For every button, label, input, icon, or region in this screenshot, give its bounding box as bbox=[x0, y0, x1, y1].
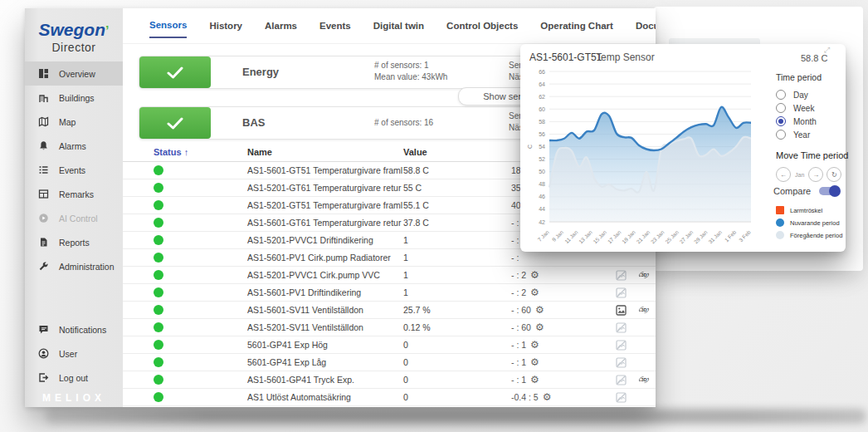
table-row[interactable]: AS1-5601-GP41 Tryck Exp. 0 - : 1 ⚙ 3D bbox=[123, 371, 656, 389]
sidebar-item-events[interactable]: Events bbox=[25, 158, 123, 182]
sidebar-item-logout[interactable]: Log out bbox=[25, 366, 123, 390]
sidebar-item-administration[interactable]: Administration bbox=[25, 254, 123, 278]
limit-range: - : 1 bbox=[511, 340, 526, 350]
chart-controls-panel: Time period Day Week Month Year Move Tim… bbox=[769, 44, 844, 252]
svg-text:60: 60 bbox=[539, 106, 545, 112]
sidebar-item-user[interactable]: User bbox=[25, 341, 123, 366]
limit-range: 35 bbox=[511, 183, 521, 193]
settings-gear-icon[interactable]: ⚙ bbox=[535, 304, 544, 316]
settings-gear-icon[interactable]: ⚙ bbox=[543, 391, 552, 403]
mean-value: Mean value: 43kWh bbox=[374, 71, 447, 83]
table-row[interactable]: AS1-GT10 Utetemperaturgivare -4.3 C - : … bbox=[123, 406, 656, 407]
table-row[interactable]: 5601-GP41 Exp Hög 0 - : 1 ⚙ 3D bbox=[123, 336, 656, 354]
table-row[interactable]: 5601-GP41 Exp Låg 0 - : 1 ⚙ 3D bbox=[123, 354, 656, 371]
table-row[interactable]: AS1 Utlöst Automatsäkring 0 -0.4 : 5 ⚙ 3… bbox=[123, 389, 656, 406]
settings-gear-icon[interactable]: ⚙ bbox=[530, 269, 539, 281]
sensor-name: AS1-5201-GT61 Temperaturgivare retur bbox=[247, 183, 403, 193]
svg-text:25 Jan: 25 Jan bbox=[664, 228, 680, 244]
tab-sensors[interactable]: Sensors bbox=[149, 20, 187, 38]
column-header-status[interactable]: Status ↑ bbox=[154, 147, 247, 157]
sidebar-item-remarks[interactable]: Remarks bbox=[25, 182, 123, 206]
radio-label: Month bbox=[793, 117, 817, 126]
popup-sensor-type: Temp Sensor bbox=[596, 52, 655, 63]
tab-alarms[interactable]: Alarms bbox=[265, 21, 297, 37]
no-image-icon[interactable] bbox=[616, 287, 627, 298]
sensor-count: # of sensors: 1 bbox=[374, 60, 447, 71]
settings-gear-icon[interactable]: ⚙ bbox=[530, 287, 539, 298]
radio-day[interactable]: Day bbox=[776, 90, 808, 100]
sensor-value: 55.1 C bbox=[403, 200, 511, 210]
status-dot bbox=[154, 375, 163, 385]
status-dot bbox=[154, 165, 163, 175]
sidebar-item-notifications[interactable]: Notifications bbox=[25, 317, 123, 341]
sidebar-item-label: Notifications bbox=[59, 325, 106, 335]
chart-legend: Larmtröskel Nuvarande period Föregående … bbox=[776, 206, 842, 243]
no-image-icon[interactable] bbox=[616, 322, 627, 333]
sensor-name: AS1-5601-PV1 Driftindikering bbox=[247, 287, 403, 297]
legend-item-current-period: Nuvarande period bbox=[776, 218, 842, 227]
status-ok-button[interactable] bbox=[139, 56, 211, 88]
no-image-icon[interactable] bbox=[616, 340, 627, 351]
tab-history[interactable]: History bbox=[209, 21, 242, 37]
sidebar-item-alarms[interactable]: Alarms bbox=[25, 134, 123, 158]
no-image-icon[interactable] bbox=[616, 392, 627, 403]
status-dot bbox=[154, 340, 163, 350]
tab-documents[interactable]: Documents bbox=[636, 21, 656, 37]
compare-control: Compare bbox=[773, 186, 839, 196]
card-stats: # of sensors: 1 Mean value: 43kWh bbox=[374, 60, 447, 83]
status-dot bbox=[154, 270, 163, 280]
bell-icon bbox=[38, 140, 49, 151]
settings-gear-icon[interactable]: ⚙ bbox=[530, 356, 539, 368]
sensor-value: 0 bbox=[403, 375, 511, 385]
3d-view-icon[interactable]: 3D bbox=[637, 374, 651, 385]
table-row[interactable]: AS1-5201-PVVC1 Cirk.pump VVC 1 - : 2 ⚙ 3… bbox=[123, 267, 656, 284]
previous-period-button[interactable]: ← bbox=[776, 167, 791, 182]
no-image-icon[interactable] bbox=[616, 375, 627, 385]
sensor-name: AS1-5201-PVVC1 Cirk.pump VVC bbox=[247, 270, 403, 280]
settings-gear-icon[interactable]: ⚙ bbox=[535, 322, 544, 333]
sidebar-item-buildings[interactable]: Buildings bbox=[25, 86, 123, 110]
limit-range: 18 bbox=[511, 165, 521, 175]
image-icon[interactable] bbox=[616, 305, 627, 316]
sidebar-item-map[interactable]: Map bbox=[25, 110, 123, 134]
limit-range: - : 60 bbox=[511, 322, 531, 332]
svg-text:3D: 3D bbox=[641, 307, 646, 312]
svg-text:3D: 3D bbox=[641, 272, 646, 277]
meliox-logo: MELIOX bbox=[25, 392, 123, 404]
next-period-button[interactable]: → bbox=[808, 167, 823, 182]
radio-week[interactable]: Week bbox=[776, 103, 814, 113]
settings-gear-icon[interactable]: ⚙ bbox=[530, 339, 539, 351]
sidebar-item-ai-control[interactable]: AI Control bbox=[25, 206, 123, 230]
svg-text:21 Jan: 21 Jan bbox=[635, 228, 651, 244]
3d-view-icon[interactable]: 3D bbox=[637, 304, 651, 316]
3d-view-icon[interactable]: 3D bbox=[637, 269, 651, 281]
table-row[interactable]: AS1-5601-PV1 Driftindikering 1 - : 2 ⚙ 3… bbox=[123, 284, 656, 302]
sensor-value: 1 bbox=[403, 287, 511, 297]
table-row[interactable]: AS1-5201-SV11 Ventilställdon 0.12 % - : … bbox=[123, 319, 656, 336]
card-stats: # of sensors: 16 bbox=[374, 117, 433, 129]
no-image-icon[interactable] bbox=[616, 270, 627, 281]
status-ok-button[interactable] bbox=[139, 107, 211, 139]
tab-operating-chart[interactable]: Operating Chart bbox=[540, 21, 613, 37]
table-row[interactable]: AS1-5601-PV1 Cirk.pump Radiatorer 1 - : … bbox=[123, 249, 656, 267]
column-header-name[interactable]: Name bbox=[247, 147, 403, 157]
settings-gear-icon[interactable]: ⚙ bbox=[530, 374, 539, 385]
sidebar-item-label: User bbox=[59, 349, 77, 359]
compare-label: Compare bbox=[773, 186, 811, 196]
tab-events[interactable]: Events bbox=[319, 21, 351, 37]
temperature-chart: 42444648505254565860626466C7 Jan9 Jan11 … bbox=[525, 64, 768, 248]
compare-toggle[interactable] bbox=[819, 187, 839, 195]
limit-range: - : 60 bbox=[511, 305, 531, 315]
tab-digital-twin[interactable]: Digital twin bbox=[373, 21, 424, 37]
column-header-value[interactable]: Value bbox=[403, 147, 511, 157]
status-dot bbox=[154, 218, 163, 228]
tab-control-objects[interactable]: Control Objects bbox=[446, 21, 518, 37]
sidebar-item-reports[interactable]: Reports bbox=[25, 230, 123, 254]
document-icon bbox=[38, 237, 49, 248]
radio-year[interactable]: Year bbox=[776, 130, 810, 140]
table-row[interactable]: AS1-5601-SV11 Ventilställdon 25.7 % - : … bbox=[123, 302, 656, 319]
sidebar-item-overview[interactable]: Overview bbox=[25, 61, 123, 86]
no-image-icon[interactable] bbox=[616, 357, 627, 368]
reset-period-button[interactable]: ↻ bbox=[827, 167, 841, 182]
radio-month[interactable]: Month bbox=[776, 116, 817, 126]
